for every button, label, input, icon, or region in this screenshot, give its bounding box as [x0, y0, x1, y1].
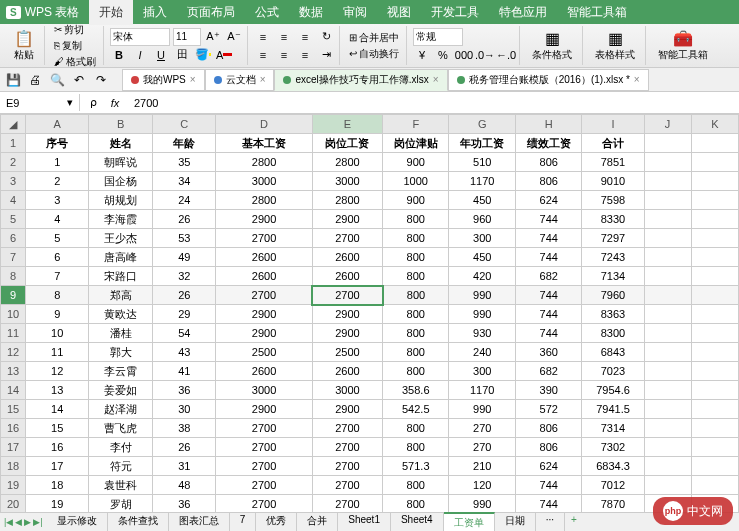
indent-icon[interactable]: ⇥	[317, 46, 335, 64]
cell-B9[interactable]: 郑高	[89, 286, 153, 305]
cut-button[interactable]: ✂剪切	[51, 22, 99, 38]
cell[interactable]	[644, 457, 691, 476]
align-bottom-icon[interactable]: ≡	[296, 28, 314, 46]
cell-E4[interactable]: 2800	[312, 191, 382, 210]
cell[interactable]	[691, 248, 738, 267]
cell-H8[interactable]: 682	[515, 267, 581, 286]
cell-C18[interactable]: 31	[153, 457, 216, 476]
cell-A9[interactable]: 8	[26, 286, 89, 305]
cell-C5[interactable]: 26	[153, 210, 216, 229]
cell[interactable]	[691, 476, 738, 495]
merge-center-button[interactable]: ⊞合并居中	[346, 30, 402, 46]
cell-F13[interactable]: 800	[383, 362, 449, 381]
row-header-19[interactable]: 19	[1, 476, 26, 495]
cell-B11[interactable]: 潘桂	[89, 324, 153, 343]
cell-C11[interactable]: 54	[153, 324, 216, 343]
fill-color-button[interactable]: 🪣	[194, 46, 212, 64]
cell-D15[interactable]: 2900	[216, 400, 312, 419]
cell-E14[interactable]: 3000	[312, 381, 382, 400]
row-header-11[interactable]: 11	[1, 324, 26, 343]
cell-F14[interactable]: 358.6	[383, 381, 449, 400]
decrease-font-icon[interactable]: A⁻	[225, 28, 243, 46]
cell-D16[interactable]: 2700	[216, 419, 312, 438]
cell-E18[interactable]: 2700	[312, 457, 382, 476]
cell-D5[interactable]: 2900	[216, 210, 312, 229]
row-header-1[interactable]: 1	[1, 134, 26, 153]
row-header-8[interactable]: 8	[1, 267, 26, 286]
cell-D12[interactable]: 2500	[216, 343, 312, 362]
font-color-button[interactable]: A	[215, 46, 233, 64]
cell-F16[interactable]: 800	[383, 419, 449, 438]
cell-H15[interactable]: 572	[515, 400, 581, 419]
prev-sheet-icon[interactable]: ◀	[15, 517, 22, 527]
fx-button[interactable]: ⍴	[84, 94, 102, 112]
row-header-7[interactable]: 7	[1, 248, 26, 267]
sheet-add-button[interactable]: +	[565, 512, 583, 531]
font-name-select[interactable]	[110, 28, 170, 46]
tab-dev[interactable]: 开发工具	[421, 0, 489, 25]
row-header-17[interactable]: 17	[1, 438, 26, 457]
cell-A17[interactable]: 16	[26, 438, 89, 457]
sheet-tab-2[interactable]: 图表汇总	[169, 512, 230, 531]
cell-D7[interactable]: 2600	[216, 248, 312, 267]
cell-E17[interactable]: 2700	[312, 438, 382, 457]
sheet-tab-0[interactable]: 显示修改	[47, 512, 108, 531]
cell-A20[interactable]: 19	[26, 495, 89, 513]
cell[interactable]	[644, 381, 691, 400]
cell-B12[interactable]: 郭大	[89, 343, 153, 362]
italic-button[interactable]: I	[131, 46, 149, 64]
cell-C17[interactable]: 26	[153, 438, 216, 457]
col-header-G[interactable]: G	[449, 115, 515, 134]
sheet-tab-4[interactable]: 优秀	[256, 512, 297, 531]
cond-format-button[interactable]: ▦条件格式	[526, 27, 578, 64]
currency-icon[interactable]: ¥	[413, 46, 431, 64]
number-format-select[interactable]	[413, 28, 463, 46]
doc-tab-cloud[interactable]: 云文档×	[205, 69, 275, 91]
cell-I4[interactable]: 7598	[582, 191, 644, 210]
percent-icon[interactable]: %	[434, 46, 452, 64]
paste-button[interactable]: 📋 粘贴	[8, 27, 40, 64]
print-icon[interactable]: 🖨	[26, 71, 44, 89]
header-cell[interactable]: 年功工资	[449, 134, 515, 153]
redo-icon[interactable]: ↷	[92, 71, 110, 89]
cell-D20[interactable]: 2700	[216, 495, 312, 513]
align-right-icon[interactable]: ≡	[296, 46, 314, 64]
cell-H14[interactable]: 390	[515, 381, 581, 400]
cell[interactable]	[691, 343, 738, 362]
cell-B18[interactable]: 符元	[89, 457, 153, 476]
cell-E10[interactable]: 2900	[312, 305, 382, 324]
cell[interactable]	[691, 400, 738, 419]
col-header-H[interactable]: H	[515, 115, 581, 134]
cell-B14[interactable]: 姜爱如	[89, 381, 153, 400]
cell-A11[interactable]: 10	[26, 324, 89, 343]
cell[interactable]	[644, 134, 691, 153]
row-header-20[interactable]: 20	[1, 495, 26, 513]
cell-E6[interactable]: 2700	[312, 229, 382, 248]
row-header-2[interactable]: 2	[1, 153, 26, 172]
cell-F4[interactable]: 900	[383, 191, 449, 210]
tab-formula[interactable]: 公式	[245, 0, 289, 25]
cell[interactable]	[644, 400, 691, 419]
cell[interactable]	[691, 229, 738, 248]
cell-C12[interactable]: 43	[153, 343, 216, 362]
cell-B13[interactable]: 李云霄	[89, 362, 153, 381]
cell-E16[interactable]: 2700	[312, 419, 382, 438]
cell-B5[interactable]: 李海霞	[89, 210, 153, 229]
cell[interactable]	[644, 438, 691, 457]
cell-D9[interactable]: 2700	[216, 286, 312, 305]
cell-D11[interactable]: 2900	[216, 324, 312, 343]
cell-E3[interactable]: 3000	[312, 172, 382, 191]
col-header-F[interactable]: F	[383, 115, 449, 134]
cell-G10[interactable]: 990	[449, 305, 515, 324]
cell-I9[interactable]: 7960	[582, 286, 644, 305]
cell-F11[interactable]: 800	[383, 324, 449, 343]
tab-view[interactable]: 视图	[377, 0, 421, 25]
row-header-13[interactable]: 13	[1, 362, 26, 381]
cell[interactable]	[691, 381, 738, 400]
cell-F5[interactable]: 800	[383, 210, 449, 229]
cell-F9[interactable]: 800	[383, 286, 449, 305]
cell[interactable]	[644, 476, 691, 495]
cell-H3[interactable]: 806	[515, 172, 581, 191]
sheet-tab-5[interactable]: 合并	[297, 512, 338, 531]
cell[interactable]	[691, 267, 738, 286]
